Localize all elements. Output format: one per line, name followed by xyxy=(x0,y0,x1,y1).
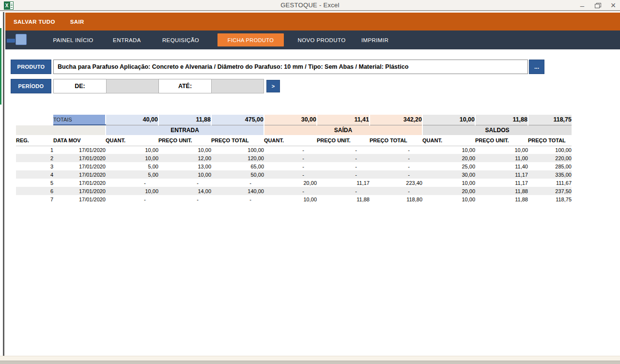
value-cell: 118,75 xyxy=(528,195,572,203)
app-logo xyxy=(5,30,46,49)
value-cell: 14,00 xyxy=(158,187,211,195)
value-cell: 5,00 xyxy=(106,162,158,170)
totals-value-saldos: 118,75 xyxy=(528,115,572,125)
value-cell: - xyxy=(264,162,317,170)
value-cell: 11,17 xyxy=(317,179,370,187)
value-cell: - xyxy=(370,154,422,162)
value-cell: 11,00 xyxy=(475,154,528,162)
value-cell: - xyxy=(317,146,370,154)
value-cell: 100,00 xyxy=(528,146,572,154)
value-cell: 10,00 xyxy=(106,154,158,162)
tab-ficha-produto[interactable]: FICHA PRODUTO xyxy=(217,33,284,46)
value-cell: - xyxy=(158,179,211,187)
totals-value-saida: 342,20 xyxy=(370,115,422,125)
date-cell: 17/01/2020 xyxy=(53,170,106,179)
period-ate-label: ATÉ: xyxy=(158,79,212,93)
value-cell: 11,88 xyxy=(317,195,370,203)
value-cell: - xyxy=(106,179,158,187)
table-row: 517/01/2020---20,0011,17223,4010,0011,17… xyxy=(16,179,572,187)
tab-imprimir[interactable]: IMPRIMIR xyxy=(351,30,399,49)
nav-bar: PAINEL INÍCIOENTRADAREQUISIÇÃOFICHA PROD… xyxy=(5,30,620,49)
column-header-preco-unit-6: PREÇO UNIT. xyxy=(317,135,370,146)
value-cell: - xyxy=(106,195,158,203)
value-cell: 10,00 xyxy=(422,195,475,203)
column-header-preco-unit-3: PREÇO UNIT. xyxy=(158,135,211,146)
bottom-band xyxy=(0,356,620,361)
value-cell: - xyxy=(370,170,422,179)
value-cell: 20,00 xyxy=(264,179,317,187)
date-cell: 17/01/2020 xyxy=(53,162,106,170)
column-header-preco-total-4: PREÇO TOTAL xyxy=(211,135,264,146)
column-header-reg-0: REG. xyxy=(16,135,53,146)
value-cell: - xyxy=(317,154,370,162)
tab-painel-inicio[interactable]: PAINEL INÍCIO xyxy=(46,30,100,49)
title-bar: X GESTOQUE - Excel – × xyxy=(0,0,620,11)
value-cell: 140,00 xyxy=(211,187,264,195)
table-row: 617/01/202010,0014,00140,00---20,0011,88… xyxy=(16,187,572,195)
tab-novo-produto[interactable]: NOVO PRODUTO xyxy=(293,30,351,49)
value-cell: 5,00 xyxy=(106,170,158,179)
reg-cell: 4 xyxy=(16,170,53,179)
totals-value-entrada: 11,88 xyxy=(158,115,211,125)
value-cell: - xyxy=(370,146,422,154)
sections-spacer xyxy=(16,125,106,135)
product-input[interactable] xyxy=(53,60,528,74)
value-cell: 10,00 xyxy=(422,179,475,187)
date-cell: 17/01/2020 xyxy=(53,187,106,195)
value-cell: 20,00 xyxy=(422,154,475,162)
totals-empty-cell xyxy=(16,115,53,125)
value-cell: 50,00 xyxy=(211,170,264,179)
product-browse-button[interactable]: ... xyxy=(529,60,544,74)
product-label: PRODUTO xyxy=(11,60,51,74)
value-cell: - xyxy=(264,154,317,162)
period-label: PERÍODO xyxy=(11,79,51,93)
close-icon[interactable]: × xyxy=(609,0,617,11)
value-cell: - xyxy=(211,195,264,203)
value-cell: 11,88 xyxy=(475,187,528,195)
totals-value-saldos: 11,88 xyxy=(475,115,528,125)
reg-cell: 3 xyxy=(16,162,53,170)
table-row: 117/01/202010,0010,00100,00---10,0010,00… xyxy=(16,146,572,154)
value-cell: 11,40 xyxy=(475,162,528,170)
value-cell: - xyxy=(158,195,211,203)
reg-cell: 5 xyxy=(16,179,53,187)
value-cell: 11,88 xyxy=(475,195,528,203)
excel-left-accent xyxy=(0,28,1,105)
period-ate-input[interactable] xyxy=(211,79,264,93)
value-cell: - xyxy=(317,162,370,170)
value-cell: 111,67 xyxy=(528,179,572,187)
totals-value-entrada: 40,00 xyxy=(106,115,158,125)
value-cell: 10,00 xyxy=(422,146,475,154)
totals-value-saida: 30,00 xyxy=(264,115,317,125)
tab-requisicao[interactable]: REQUISIÇÃO xyxy=(154,30,208,49)
value-cell: - xyxy=(264,170,317,179)
minimize-icon[interactable]: – xyxy=(578,0,586,11)
date-cell: 17/01/2020 xyxy=(53,179,106,187)
value-cell: - xyxy=(211,179,264,187)
value-cell: 10,00 xyxy=(264,195,317,203)
value-cell: 118,80 xyxy=(370,195,422,203)
period-de-input[interactable] xyxy=(106,79,159,93)
value-cell: 10,00 xyxy=(158,146,211,154)
period-go-button[interactable]: > xyxy=(266,80,280,92)
ribbon-item-salvar-tudo[interactable]: SALVAR TUDO xyxy=(14,19,55,25)
ribbon-item-sair[interactable]: SAIR xyxy=(70,19,84,25)
table-row: 717/01/2020---10,0011,88118,8010,0011,88… xyxy=(16,195,572,203)
reg-cell: 1 xyxy=(16,146,53,154)
nav-tabs: PAINEL INÍCIOENTRADAREQUISIÇÃOFICHA PROD… xyxy=(46,30,399,49)
value-cell: 237,50 xyxy=(528,187,572,195)
date-cell: 17/01/2020 xyxy=(53,154,106,162)
restore-icon[interactable] xyxy=(594,0,602,11)
value-cell: 335,00 xyxy=(528,170,572,179)
column-header-preco-total-10: PREÇO TOTAL xyxy=(528,135,572,146)
window-title: GESTOQUE - Excel xyxy=(0,1,620,9)
bottom-edge xyxy=(0,361,620,364)
value-cell: 20,00 xyxy=(422,187,475,195)
ribbon-items: SALVAR TUDOSAIR xyxy=(5,13,620,30)
column-header-preco-total-7: PREÇO TOTAL xyxy=(370,135,422,146)
tab-entrada[interactable]: ENTRADA xyxy=(100,30,154,49)
value-cell: 30,00 xyxy=(422,170,475,179)
value-cell: 223,40 xyxy=(370,179,422,187)
value-cell: 65,00 xyxy=(211,162,264,170)
column-header-quant-2: QUANT. xyxy=(106,135,158,146)
